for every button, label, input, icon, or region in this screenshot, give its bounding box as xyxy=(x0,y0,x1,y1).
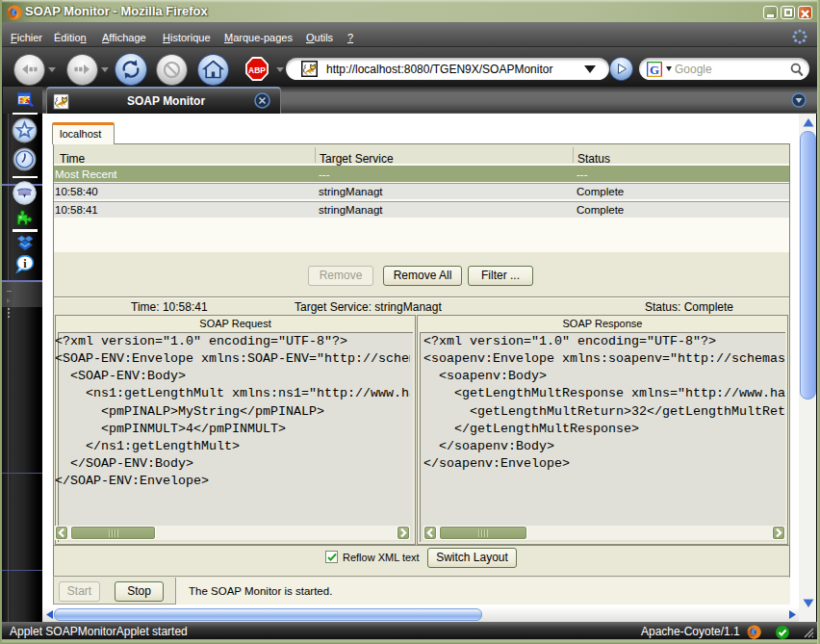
svg-text:G: G xyxy=(650,63,659,77)
svg-text:ABP: ABP xyxy=(248,65,266,75)
